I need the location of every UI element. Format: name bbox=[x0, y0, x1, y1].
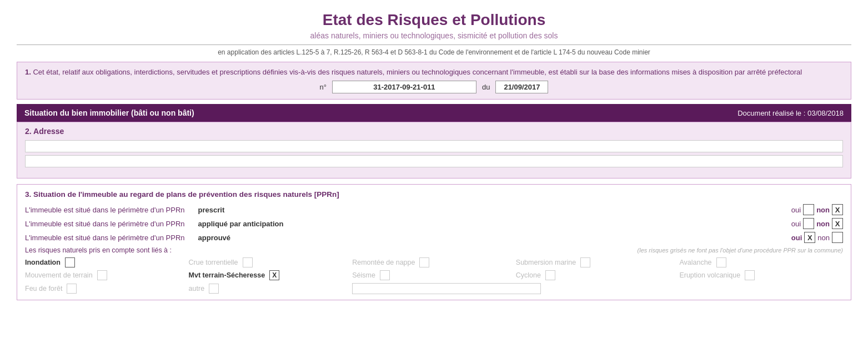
checkbox-non-3 bbox=[832, 232, 843, 243]
section-1: 1. Cet état, relatif aux obligations, in… bbox=[17, 62, 851, 100]
page-title: Etat des Risques et Pollutions bbox=[17, 6, 851, 29]
arrete-date: 21/09/2017 bbox=[495, 81, 548, 93]
pprn-type-2: appliqué par anticipation bbox=[188, 220, 310, 228]
checkbox-avalanche bbox=[716, 257, 726, 267]
risque-seisme: Séisme bbox=[352, 270, 516, 280]
risque-feu: Feu de forêt bbox=[25, 283, 189, 294]
section-3: 3. Situation de l'immeuble au regard de … bbox=[17, 184, 851, 300]
numero-label: n° bbox=[320, 83, 327, 91]
du-label: du bbox=[482, 83, 490, 91]
header-divider bbox=[17, 44, 851, 45]
document-date: Document réalisé le : 03/08/2018 bbox=[737, 109, 844, 117]
risque-secheresse: Mvt terrain-Sécheresse X bbox=[189, 270, 353, 280]
pprn-label-2: L'immeuble est situé dans le périmètre d… bbox=[25, 220, 185, 228]
section-3-title: 3. Situation de l'immeuble au regard de … bbox=[25, 190, 843, 199]
section-adresse: 2. Adresse bbox=[17, 122, 851, 178]
oui-label-2: oui bbox=[791, 220, 801, 228]
adresse-title: 2. Adresse bbox=[25, 127, 843, 136]
checkbox-submersion bbox=[580, 257, 590, 267]
pprn-row-prescrit: L'immeuble est situé dans le périmètre d… bbox=[25, 204, 843, 215]
risque-inondation: Inondation bbox=[25, 257, 189, 267]
arrete-numero: 31-2017-09-21-011 bbox=[332, 81, 476, 93]
arrete-row: n° 31-2017-09-21-011 du 21/09/2017 bbox=[25, 81, 843, 93]
pprn-label-1: L'immeuble est situé dans le périmètre d… bbox=[25, 206, 185, 214]
risque-remontee: Remontée de nappe bbox=[352, 257, 516, 267]
oui-label-3: oui bbox=[791, 234, 802, 242]
checkbox-oui-1 bbox=[803, 204, 814, 215]
checkbox-oui-3: X bbox=[804, 232, 815, 243]
checkbox-cyclone bbox=[545, 270, 555, 280]
autre-text-box bbox=[352, 283, 843, 294]
risque-avalanche: Avalanche bbox=[679, 257, 843, 267]
risque-mouvement: Mouvement de terrain bbox=[25, 270, 189, 280]
checkbox-non-1: X bbox=[832, 204, 843, 215]
oui-label-1: oui bbox=[791, 206, 801, 214]
risque-autre: autre bbox=[189, 283, 353, 294]
checkbox-crue bbox=[243, 257, 253, 267]
non-label-3: non bbox=[817, 234, 830, 242]
non-label-1: non bbox=[816, 206, 830, 214]
adresse-line-1[interactable] bbox=[25, 140, 843, 152]
checkbox-oui-2 bbox=[803, 218, 814, 229]
risques-row: Les risques naturels pris en compte sont… bbox=[25, 246, 843, 254]
adresse-line-2[interactable] bbox=[25, 155, 843, 167]
pprn-rows: L'immeuble est situé dans le périmètre d… bbox=[25, 204, 843, 243]
checkbox-remontee bbox=[419, 257, 429, 267]
risques-note: (les risques grisés ne font pas l'objet … bbox=[638, 247, 843, 254]
page-subtitle: aléas naturels, miniers ou technologique… bbox=[17, 31, 851, 40]
legal-text: en application des articles L.125-5 à 7,… bbox=[17, 48, 851, 56]
risques-label: Les risques naturels pris en compte sont… bbox=[25, 246, 172, 254]
pprn-row-applique: L'immeuble est situé dans le périmètre d… bbox=[25, 218, 843, 229]
section-1-text: 1. Cet état, relatif aux obligations, in… bbox=[25, 68, 843, 76]
checkbox-non-2: X bbox=[832, 218, 843, 229]
pprn-type-3: approuvé bbox=[188, 234, 310, 242]
page: Etat des Risques et Pollutions aléas nat… bbox=[0, 0, 868, 357]
checkbox-inondation bbox=[65, 257, 75, 267]
checkbox-eruption bbox=[745, 270, 755, 280]
risque-submersion: Submersion marine bbox=[516, 257, 680, 267]
risque-crue: Crue torrentielle bbox=[189, 257, 353, 267]
checkbox-feu bbox=[67, 284, 77, 294]
risque-cyclone: Cyclone bbox=[516, 270, 680, 280]
pprn-type-1: prescrit bbox=[188, 206, 310, 214]
checkbox-mouvement bbox=[97, 270, 107, 280]
checkbox-secheresse: X bbox=[269, 270, 279, 280]
risque-eruption: Eruption volcanique bbox=[679, 270, 843, 280]
pprn-label-3: L'immeuble est situé dans le périmètre d… bbox=[25, 234, 185, 242]
pprn-row-approuve: L'immeuble est situé dans le périmètre d… bbox=[25, 232, 843, 243]
checkbox-autre bbox=[209, 284, 219, 294]
checkbox-seisme bbox=[380, 270, 390, 280]
situation-header: Situation du bien immobilier (bâti ou no… bbox=[17, 104, 851, 122]
situation-header-title: Situation du bien immobilier (bâti ou no… bbox=[24, 108, 194, 117]
non-label-2: non bbox=[816, 220, 830, 228]
